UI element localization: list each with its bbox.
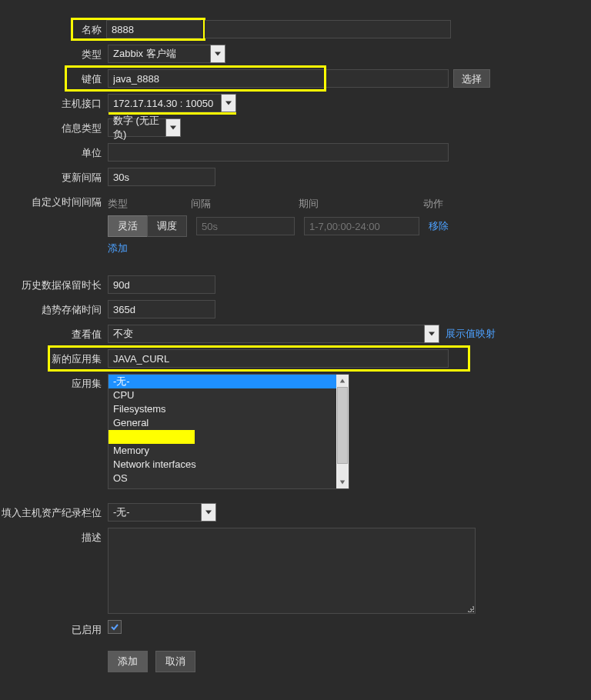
resize-grip-icon[interactable] — [466, 605, 474, 612]
app-list-item[interactable]: OS — [109, 472, 336, 485]
inv-value: -无- — [108, 503, 202, 522]
type-select[interactable]: Zabbix 客户端 — [108, 45, 225, 63]
ci-remove-link[interactable]: 移除 — [429, 219, 449, 233]
trend-label: 趋势存储时间 — [0, 300, 108, 317]
scroll-up-icon[interactable] — [336, 375, 349, 387]
app-list-item[interactable] — [109, 430, 195, 444]
app-list-item[interactable]: Network interfaces — [109, 458, 336, 472]
enabled-label: 已启用 — [0, 620, 108, 637]
app-list-item[interactable]: -无- — [109, 375, 336, 388]
upd-int-label: 更新间隔 — [0, 168, 108, 185]
app-list-item[interactable]: Filesystems — [109, 402, 336, 416]
cust-int-label: 自定义时间间隔 — [0, 192, 108, 209]
name-input-visible[interactable] — [106, 20, 201, 38]
app-list-item[interactable]: General — [109, 416, 336, 430]
chevron-down-icon[interactable] — [424, 325, 439, 343]
svg-marker-0 — [215, 52, 221, 56]
host-if-select[interactable]: 172.17.114.30 : 10050 — [108, 94, 236, 112]
ci-tab-schedule[interactable]: 调度 — [147, 215, 187, 237]
desc-textarea[interactable] — [108, 528, 476, 614]
app-list-item[interactable]: Memory — [109, 444, 336, 458]
info-type-label: 信息类型 — [0, 118, 108, 135]
host-if-value: 172.17.114.30 : 10050 — [108, 94, 222, 112]
name-input-rest[interactable] — [205, 20, 451, 38]
svg-marker-3 — [429, 332, 435, 336]
inv-label: 填入主机资产纪录栏位 — [0, 503, 108, 520]
scroll-thumb[interactable] — [337, 387, 348, 464]
desc-label: 描述 — [0, 528, 108, 545]
chevron-down-icon[interactable] — [165, 118, 181, 137]
ci-head-period: 期间 — [299, 197, 423, 211]
view-val-map-link[interactable]: 展示值映射 — [446, 327, 496, 341]
ci-head-int: 间隔 — [191, 197, 299, 211]
hist-label: 历史数据保留时长 — [0, 275, 108, 292]
type-label: 类型 — [0, 45, 108, 62]
inv-select[interactable]: -无- — [108, 503, 216, 522]
view-val-label: 查看值 — [0, 325, 108, 342]
chevron-down-icon[interactable] — [221, 94, 236, 112]
name-highlight — [71, 18, 205, 41]
ci-period-input[interactable] — [304, 217, 419, 235]
trend-input[interactable] — [108, 300, 215, 318]
app-list-item[interactable]: CPU — [109, 388, 336, 402]
hist-input[interactable] — [108, 275, 215, 294]
add-button[interactable]: 添加 — [108, 651, 148, 672]
chevron-down-icon[interactable] — [210, 45, 225, 63]
cancel-button[interactable]: 取消 — [155, 651, 195, 672]
key-select-button[interactable]: 选择 — [453, 69, 490, 88]
ci-int-input[interactable] — [196, 217, 295, 235]
ci-head-type: 类型 — [108, 197, 191, 211]
upd-int-input[interactable] — [108, 168, 215, 186]
host-if-label: 主机接口 — [0, 94, 108, 111]
enabled-checkbox[interactable] — [108, 620, 122, 634]
info-type-select[interactable]: 数字 (无正负) — [108, 118, 181, 137]
scroll-down-icon[interactable] — [336, 476, 349, 488]
app-label: 应用集 — [0, 374, 108, 391]
new-app-input[interactable] — [108, 349, 449, 368]
view-val-select[interactable]: 不变 — [108, 325, 439, 343]
svg-marker-2 — [170, 126, 176, 130]
app-list-item[interactable]: Performance — [109, 485, 336, 488]
app-listbox[interactable]: -无-CPUFilesystemsGeneral MemoryNetwork i… — [108, 374, 349, 489]
type-value: Zabbix 客户端 — [108, 45, 211, 63]
host-if-highlight — [109, 112, 236, 115]
view-val-value: 不变 — [108, 325, 425, 343]
new-app-label: 新的应用集 — [0, 349, 108, 366]
svg-marker-4 — [340, 379, 345, 383]
ci-head-action: 动作 — [423, 197, 443, 211]
svg-marker-6 — [205, 511, 212, 515]
key-label: 键值 — [65, 69, 108, 86]
svg-marker-1 — [225, 102, 232, 105]
key-input[interactable] — [108, 69, 449, 88]
ci-tab-active[interactable]: 灵活 — [108, 215, 148, 237]
unit-label: 单位 — [0, 143, 108, 160]
ci-add-link[interactable]: 添加 — [108, 242, 128, 254]
info-type-value: 数字 (无正负) — [108, 118, 166, 137]
unit-input[interactable] — [108, 143, 449, 162]
chevron-down-icon[interactable] — [201, 503, 216, 522]
app-scrollbar[interactable] — [336, 375, 349, 488]
check-icon — [111, 623, 119, 631]
svg-marker-5 — [340, 481, 345, 485]
